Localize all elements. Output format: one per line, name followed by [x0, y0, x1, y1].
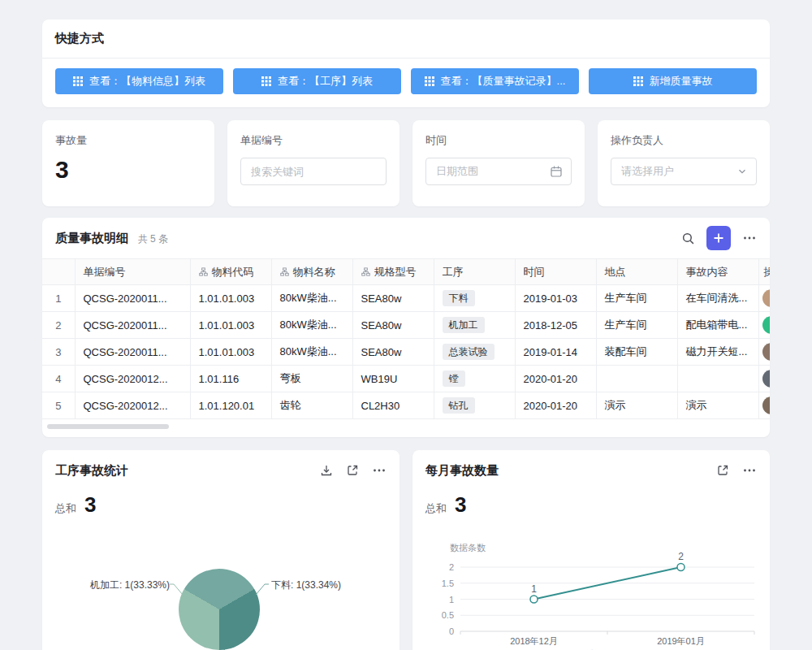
column-header-material-name[interactable]: 物料名称 [271, 259, 352, 285]
time-label: 时间 [425, 133, 572, 148]
table-title-group: 质量事故明细 共 5 条 [55, 231, 168, 246]
charts-row: 工序事故统计 总和 3 下料: 1(33.34%)总装试验: 1(33.33%)… [42, 450, 770, 650]
cell-row-number: 1 [42, 285, 75, 312]
cell-process: 镗 [434, 366, 515, 392]
svg-text:2018年12月: 2018年12月 [510, 636, 558, 646]
table-row[interactable]: 5QCSG-2020012...1.01.120.01齿轮CL2H30钻孔202… [42, 392, 770, 419]
add-record-button[interactable] [706, 226, 731, 250]
cell-row-number: 5 [42, 392, 75, 419]
cell-time: 2020-01-20 [515, 392, 596, 419]
cell-content: 配电箱带电... [677, 312, 758, 339]
shortcut-view-process-list-button[interactable]: 查看：【工序】列表 [233, 68, 401, 94]
cell-material-name: 弯板 [271, 366, 352, 392]
grid-icon [261, 76, 271, 86]
column-header-spec-model[interactable]: 规格型号 [352, 259, 434, 285]
operator-select[interactable]: 请选择用户 [611, 158, 757, 185]
cell-operator [758, 392, 770, 419]
cell-spec-model: SEA80w [352, 312, 434, 339]
cell-doc-no: QCSG-2020012... [75, 366, 190, 392]
cell-material-code: 1.01.120.01 [190, 392, 271, 419]
cell-material-name: 齿轮 [271, 392, 352, 419]
more-icon[interactable] [742, 232, 757, 245]
doc-no-label: 单据编号 [240, 133, 387, 148]
cell-row-number: 3 [42, 339, 75, 366]
export-icon[interactable] [320, 464, 333, 477]
date-range-placeholder: 日期范围 [436, 164, 478, 179]
process-chart-actions [320, 464, 387, 477]
column-header-content[interactable]: 事故内容 [677, 259, 758, 285]
cell-material-name: 80kW柴油... [271, 285, 352, 312]
table-actions [681, 226, 757, 250]
column-label: 单据编号 [84, 266, 126, 278]
column-label: 操作负责人 [764, 266, 771, 278]
shortcut-label: 查看：【质量事故记录】... [441, 74, 566, 89]
filter-row: 事故量 3 单据编号 时间 日期范围 操作负责人 请选择用户 [42, 120, 770, 206]
cell-time: 2018-12-05 [515, 312, 596, 339]
accident-count-card: 事故量 3 [42, 120, 214, 206]
expand-icon[interactable] [716, 464, 729, 477]
column-label: 地点 [605, 266, 626, 278]
cell-time: 2019-01-03 [515, 285, 596, 312]
cell-place: 生产车间 [596, 285, 677, 312]
more-icon[interactable] [742, 464, 757, 477]
cell-spec-model: SEA80w [352, 339, 434, 366]
column-label: 规格型号 [374, 266, 417, 278]
more-icon[interactable] [372, 464, 387, 477]
cell-process: 总装试验 [434, 339, 515, 366]
total-value: 3 [84, 494, 96, 515]
shortcut-add-quality-accident-button[interactable]: 新增质量事故 [589, 68, 757, 94]
cell-content: 在车间清洗... [677, 285, 758, 312]
shortcut-view-quality-accident-records-button[interactable]: 查看：【质量事故记录】... [411, 68, 579, 94]
svg-text:1: 1 [449, 595, 454, 604]
table-header-bar: 质量事故明细 共 5 条 [42, 218, 770, 258]
expand-icon[interactable] [346, 464, 359, 477]
scrollbar-thumb[interactable] [47, 424, 169, 429]
monthly-chart-header: 每月事故数量 [425, 450, 757, 491]
column-label: 物料代码 [212, 266, 254, 278]
cell-time: 2020-01-20 [515, 366, 596, 392]
shortcuts-row: 查看：【物料信息】列表 查看：【工序】列表 查看：【质量事故记录】... 新增质… [42, 58, 770, 107]
table-row[interactable]: 3QCSG-2020011...1.01.01.00380kW柴油...SEA8… [42, 339, 770, 366]
shortcut-label: 查看：【物料信息】列表 [89, 74, 205, 89]
doc-no-search-input[interactable] [240, 158, 387, 185]
column-header-time[interactable]: 时间 [515, 259, 596, 285]
accident-count-value: 3 [55, 158, 201, 182]
column-header-operator[interactable]: 操作负责人 [758, 259, 770, 285]
table-row[interactable]: 2QCSG-2020011...1.01.01.00380kW柴油...SEA8… [42, 312, 770, 339]
search-icon[interactable] [681, 232, 695, 245]
process-chart-title: 工序事故统计 [55, 463, 128, 479]
grid-icon [73, 76, 83, 86]
accident-table: 单据编号物料代码物料名称规格型号工序时间地点事故内容操作负责人1QCSG-202… [42, 258, 770, 419]
table-count: 共 5 条 [138, 233, 168, 245]
operator-avatar [762, 396, 771, 414]
calendar-icon [550, 165, 563, 178]
shortcuts-title: 快捷方式 [42, 20, 770, 58]
column-header-process[interactable]: 工序 [434, 259, 515, 285]
pie-chart-disc[interactable] [179, 569, 260, 650]
process-pie-chart: 下料: 1(33.34%)总装试验: 1(33.33%)机加工: 1(33.33… [55, 531, 387, 650]
cell-process: 钻孔 [434, 392, 515, 419]
table-horizontal-scrollbar[interactable] [47, 424, 760, 429]
cell-spec-model: WB19U [352, 366, 434, 392]
grid-icon [425, 76, 434, 86]
cell-process: 机加工 [434, 312, 515, 339]
date-range-input[interactable]: 日期范围 [425, 158, 572, 185]
cell-operator [758, 285, 770, 312]
svg-text:1: 1 [531, 583, 537, 595]
column-header-material-code[interactable]: 物料代码 [190, 259, 271, 285]
column-header-place[interactable]: 地点 [596, 259, 677, 285]
operator-filter-card: 操作负责人 请选择用户 [598, 120, 770, 206]
operator-avatar [762, 370, 771, 388]
linked-field-icon [199, 267, 208, 276]
table-row[interactable]: 4QCSG-2020012...1.01.116弯板WB19U镗2020-01-… [42, 366, 770, 392]
shortcut-view-material-info-list-button[interactable]: 查看：【物料信息】列表 [55, 68, 223, 94]
column-header-row-number[interactable] [42, 259, 75, 285]
cell-content: 演示 [677, 392, 758, 419]
column-header-doc-no[interactable]: 单据编号 [75, 259, 190, 285]
cell-doc-no: QCSG-2020011... [75, 312, 190, 339]
cell-material-code: 1.01.01.003 [190, 339, 271, 366]
table-row[interactable]: 1QCSG-2020011...1.01.01.00380kW柴油...SEA8… [42, 285, 770, 312]
svg-text:2019年01月: 2019年01月 [657, 636, 705, 646]
cell-place: 演示 [596, 392, 677, 419]
monthly-chart-total: 总和 3 [425, 494, 757, 523]
